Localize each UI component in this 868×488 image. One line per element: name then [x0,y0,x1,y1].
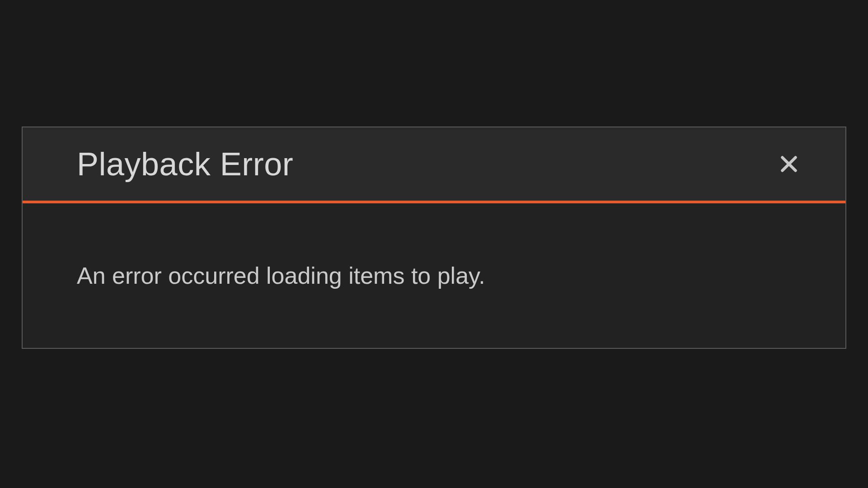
dialog-header: Playback Error [23,127,845,203]
dialog-message: An error occurred loading items to play. [77,262,791,289]
close-button[interactable] [773,148,805,180]
dialog-body: An error occurred loading items to play. [23,203,845,348]
error-dialog: Playback Error An error occurred loading… [22,127,846,349]
dialog-title: Playback Error [77,145,293,183]
close-icon [778,153,800,175]
